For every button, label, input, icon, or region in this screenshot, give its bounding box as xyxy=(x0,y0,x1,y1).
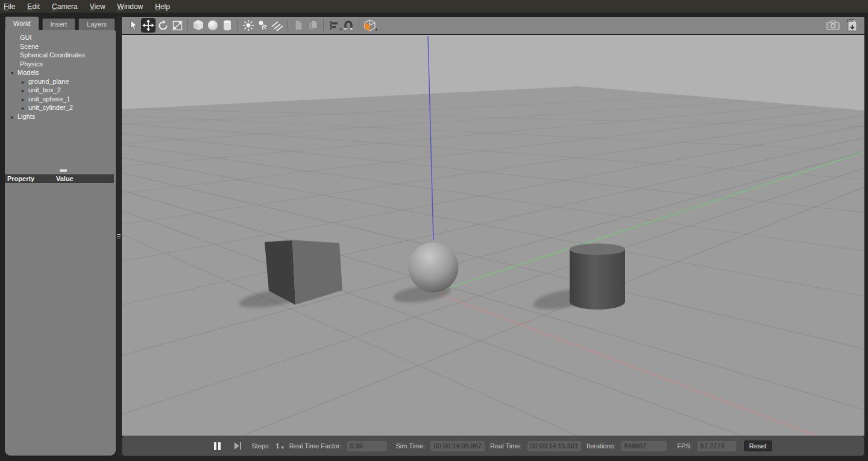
tree-item-models[interactable]: ▾Models xyxy=(5,68,116,77)
pause-button[interactable] xyxy=(214,442,221,450)
step-button[interactable] xyxy=(234,442,241,450)
real-time-value: 00 00:14:15.501 xyxy=(527,441,582,451)
fps-label: FPS: xyxy=(677,442,691,450)
step-icon-bar xyxy=(240,442,241,450)
align-icon xyxy=(329,20,339,31)
align-button[interactable]: ▾ xyxy=(327,18,341,33)
sidebar-tabs: World Insert Layers xyxy=(5,16,115,30)
move-arrows-icon xyxy=(142,19,154,31)
rotate-tool-button[interactable] xyxy=(156,18,170,33)
tab-layers[interactable]: Layers xyxy=(78,18,115,30)
view-angle-button[interactable]: ▾ xyxy=(362,18,377,33)
select-tool-button[interactable] xyxy=(127,18,141,33)
camera-icon xyxy=(826,21,840,30)
gazebo-window: File Edit Camera View Window Help World … xyxy=(0,0,868,461)
expand-caret-icon[interactable]: ▸ xyxy=(22,78,26,87)
tree-item-label: Scene xyxy=(20,43,39,50)
point-light-button[interactable] xyxy=(241,18,256,33)
insert-sphere-button[interactable] xyxy=(206,18,220,33)
tree-item-physics[interactable]: Physics xyxy=(5,60,116,69)
directional-light-icon xyxy=(271,19,284,31)
collapse-caret-icon[interactable]: ▾ xyxy=(11,69,15,78)
steps-value[interactable]: 1 xyxy=(276,442,280,450)
scale-tool-button[interactable] xyxy=(170,18,184,33)
model-tree: GUISceneSpherical CoordinatesPhysics▾Mod… xyxy=(5,30,116,121)
steps-label: Steps: xyxy=(251,442,270,450)
data-logger-button[interactable]: LOG xyxy=(845,18,860,33)
menu-bar: File Edit Camera View Window Help xyxy=(0,0,868,13)
model-unit-cylinder[interactable] xyxy=(570,244,625,310)
tree-item-label: Models xyxy=(17,69,39,76)
tree-item-scene[interactable]: Scene xyxy=(5,42,116,51)
magnet-snap-icon xyxy=(342,20,354,31)
sim-time-label: Sim Time: xyxy=(396,442,426,450)
screenshot-button[interactable] xyxy=(826,18,840,33)
tree-item-label: Spherical Coordinates xyxy=(20,51,85,59)
menu-help[interactable]: Help xyxy=(149,1,176,12)
fps-value: 57.2773 xyxy=(697,441,736,451)
rtf-label: Real Time Factor: xyxy=(289,442,342,450)
tab-insert[interactable]: Insert xyxy=(42,18,76,30)
copy-button[interactable] xyxy=(291,18,306,33)
panel-splitter[interactable] xyxy=(116,16,122,456)
tree-item-label: ground_plane xyxy=(28,78,69,85)
directional-light-button[interactable] xyxy=(270,18,285,33)
splitter-grip[interactable] xyxy=(60,169,67,173)
viewport-3d[interactable] xyxy=(122,35,864,436)
tree-item-label: unit_sphere_1 xyxy=(28,95,71,103)
paste-button[interactable] xyxy=(306,18,320,33)
simulation-status-bar: Steps: 1 ▾ Real Time Factor: 0.99 Sim Ti… xyxy=(122,436,864,456)
sphere-shape-icon xyxy=(207,19,219,31)
spot-light-icon xyxy=(257,19,269,31)
menu-edit[interactable]: Edit xyxy=(21,1,46,12)
insert-cylinder-button[interactable] xyxy=(220,18,234,33)
tree-item-unit-sphere-1[interactable]: ▸unit_sphere_1 xyxy=(5,95,116,104)
tree-item-ground-plane[interactable]: ▸ground_plane xyxy=(5,77,116,86)
translate-tool-button[interactable] xyxy=(141,18,156,33)
insert-box-button[interactable] xyxy=(191,18,206,33)
real-time-label: Real Time: xyxy=(490,442,522,450)
tree-item-unit-cylinder-2[interactable]: ▸unit_cylinder_2 xyxy=(5,103,116,112)
value-column-header: Value xyxy=(56,175,74,182)
property-column-header: Property xyxy=(5,175,56,182)
iterations-label: Iterations: xyxy=(587,442,615,450)
splitter-grip[interactable] xyxy=(117,234,121,240)
spot-light-button[interactable] xyxy=(256,18,270,33)
point-light-icon xyxy=(242,19,254,31)
tree-item-gui[interactable]: GUI xyxy=(5,33,116,42)
property-table-header: Property Value xyxy=(5,174,114,183)
steps-spinner-caret-icon[interactable]: ▾ xyxy=(281,445,284,450)
log-label: LOG xyxy=(847,19,854,22)
copy-icon xyxy=(293,19,304,31)
menu-file[interactable]: File xyxy=(0,1,21,12)
view-angle-cube-icon xyxy=(363,19,376,31)
tree-item-unit-box-2[interactable]: ▸unit_box_2 xyxy=(5,86,116,95)
tree-item-label: unit_cylinder_2 xyxy=(28,104,73,111)
reset-button[interactable]: Reset xyxy=(744,440,772,451)
cursor-arrow-icon xyxy=(128,20,139,31)
box-shape-icon xyxy=(192,19,204,31)
tree-item-spherical-coordinates[interactable]: Spherical Coordinates xyxy=(5,51,116,60)
toolbar: ▾ ▾ xyxy=(122,17,864,34)
rtf-value: 0.99 xyxy=(347,441,387,451)
expand-caret-icon[interactable]: ▸ xyxy=(22,86,26,95)
world-panel: GUISceneSpherical CoordinatesPhysics▾Mod… xyxy=(5,30,116,456)
sim-time-value: 00 00:14:08.867 xyxy=(430,441,485,451)
step-icon xyxy=(234,442,239,450)
paste-icon xyxy=(307,19,319,31)
expand-caret-icon[interactable]: ▸ xyxy=(11,113,15,122)
tree-item-label: Physics xyxy=(20,60,43,68)
menu-view[interactable]: View xyxy=(84,1,112,12)
view-angle-dropdown-caret-icon[interactable]: ▾ xyxy=(375,27,377,32)
expand-caret-icon[interactable]: ▸ xyxy=(22,104,26,113)
snap-button[interactable] xyxy=(341,18,356,33)
expand-caret-icon[interactable]: ▸ xyxy=(22,95,26,104)
tab-world[interactable]: World xyxy=(5,16,39,30)
tree-item-label: unit_box_2 xyxy=(28,86,61,94)
model-unit-sphere[interactable] xyxy=(409,243,459,293)
menu-window[interactable]: Window xyxy=(112,1,149,12)
tree-item-label: GUI xyxy=(20,34,32,41)
tree-item-lights[interactable]: ▸Lights xyxy=(5,112,116,121)
menu-camera[interactable]: Camera xyxy=(46,1,84,12)
scale-icon xyxy=(172,20,183,31)
